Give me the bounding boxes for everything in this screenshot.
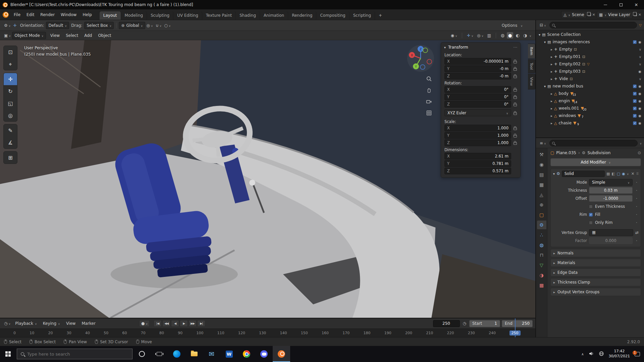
- animate-dot-icon[interactable]: [635, 188, 639, 193]
- camera-view-icon[interactable]: [425, 98, 433, 105]
- scale-tool-button[interactable]: ◱: [4, 97, 17, 109]
- scale-field[interactable]: X1.000: [444, 125, 511, 131]
- tab-texture[interactable]: ▩: [537, 281, 546, 290]
- location-field[interactable]: Z-0 m: [444, 73, 511, 79]
- timeline-tick[interactable]: 160: [322, 331, 329, 335]
- eye-icon[interactable]: [638, 91, 641, 96]
- minimize-button[interactable]: [598, 0, 613, 9]
- keying-menu[interactable]: Keying: [40, 320, 63, 327]
- rotation-field[interactable]: Z0°: [444, 101, 511, 108]
- transform-orientation-dropdown[interactable]: ⊕ Global: [119, 22, 145, 29]
- timeline-tick[interactable]: 10: [30, 331, 34, 335]
- add-workspace-button[interactable]: +: [375, 11, 386, 20]
- tab-object[interactable]: ▢: [537, 210, 546, 219]
- timeline-tick[interactable]: 180: [364, 331, 371, 335]
- current-frame-field[interactable]: 250: [433, 320, 460, 327]
- outliner-row-empty[interactable]: + Empty.002: [536, 60, 644, 68]
- breadcrumb-modifier[interactable]: Subdivision: [588, 150, 611, 155]
- remove-scene-icon[interactable]: ×: [592, 12, 595, 17]
- blender-menu-logo-icon[interactable]: [3, 12, 9, 18]
- shading-wireframe-icon[interactable]: ◍: [499, 32, 506, 39]
- tab-sculpting[interactable]: Sculpting: [147, 11, 173, 20]
- 3d-viewport[interactable]: User Perspective (250) new model bus | P…: [0, 40, 535, 318]
- animate-dot-icon[interactable]: [635, 220, 639, 225]
- hidden-icons-chevron-icon[interactable]: ∧: [581, 352, 584, 356]
- disclosure-icon[interactable]: [544, 84, 546, 88]
- tab-material[interactable]: ◑: [537, 271, 546, 280]
- shading-material-icon[interactable]: ◐: [514, 32, 521, 39]
- shading-rendered-icon[interactable]: ◑: [522, 32, 528, 39]
- tab-particles[interactable]: ∴: [537, 231, 546, 239]
- eye-closed-icon[interactable]: [639, 76, 641, 81]
- word-button[interactable]: W: [220, 346, 238, 362]
- filter-icon[interactable]: [639, 23, 642, 27]
- marker-menu[interactable]: Marker: [79, 320, 98, 327]
- rotation-mode-dropdown[interactable]: XYZ Euler: [444, 109, 511, 116]
- selectability-checkbox[interactable]: ✓: [633, 114, 637, 118]
- shading-solid-icon[interactable]: ●: [507, 32, 513, 39]
- tab-item[interactable]: Item: [528, 44, 535, 59]
- properties-search-field[interactable]: [556, 141, 635, 145]
- shading-options-chevron-icon[interactable]: [529, 33, 531, 38]
- timeline-tick[interactable]: 90: [178, 331, 182, 335]
- eye-icon[interactable]: [638, 99, 641, 103]
- chevron-down-icon[interactable]: [640, 141, 642, 145]
- mail-button[interactable]: ✉: [203, 346, 220, 362]
- proportional-edit-icon[interactable]: ○: [163, 23, 172, 28]
- network-icon[interactable]: [599, 351, 604, 357]
- timeline-tick[interactable]: 0: [13, 331, 16, 335]
- close-button[interactable]: ✕: [629, 0, 644, 9]
- lock-icon[interactable]: [514, 135, 517, 137]
- previous-keyframe-button[interactable]: ◀◀: [162, 320, 170, 327]
- location-field[interactable]: X-0.000001 m: [444, 58, 511, 65]
- modifier-close-button[interactable]: ×: [631, 171, 635, 176]
- outliner-row-empty[interactable]: + Empty: [536, 46, 644, 53]
- outliner-row-empty[interactable]: + Empty.003: [536, 68, 644, 75]
- modifier-realtime-toggle[interactable]: ▢: [617, 172, 620, 176]
- outliner-row-empty[interactable]: + Empty.001: [536, 53, 644, 60]
- lock-icon[interactable]: [514, 128, 517, 130]
- editor-type-icon[interactable]: ▣: [3, 33, 12, 38]
- scene-selector[interactable]: ◬ Scene: [561, 11, 587, 18]
- breadcrumb-object[interactable]: Plane.035: [556, 150, 576, 155]
- eye-icon[interactable]: [638, 84, 641, 88]
- menubar-menu-item[interactable]: Render: [37, 11, 58, 18]
- new-view-layer-icon[interactable]: [634, 13, 637, 16]
- action-center-icon[interactable]: 1: [635, 352, 640, 356]
- lock-icon[interactable]: [514, 97, 517, 99]
- disclosure-icon[interactable]: [551, 62, 552, 66]
- modifier-section-header[interactable]: Output Vertex Groups: [550, 288, 641, 296]
- selectability-checkbox[interactable]: ✓: [633, 107, 637, 110]
- timeline-playhead[interactable]: 250: [509, 329, 521, 337]
- outliner-row-mesh[interactable]: windows ▼7 ✓: [536, 112, 644, 119]
- taskbar-search-input[interactable]: [17, 349, 132, 359]
- options-button[interactable]: Options: [502, 23, 517, 28]
- add-modifier-button[interactable]: Add Modifier: [550, 158, 641, 166]
- eye-closed-icon[interactable]: [639, 47, 641, 52]
- timeline-tick[interactable]: 30: [67, 331, 71, 335]
- eye-closed-icon[interactable]: [639, 62, 641, 66]
- file-explorer-button[interactable]: [185, 346, 203, 362]
- lock-icon[interactable]: [514, 142, 517, 145]
- jump-to-end-button[interactable]: ▶|: [197, 320, 205, 327]
- disclosure-icon[interactable]: [551, 99, 552, 103]
- animate-dot-icon[interactable]: [635, 212, 639, 217]
- disclosure-icon[interactable]: [551, 113, 552, 118]
- disclosure-icon[interactable]: [539, 32, 540, 37]
- task-view-button[interactable]: [151, 346, 168, 362]
- add-cube-tool-button[interactable]: ⊞: [4, 152, 17, 164]
- cursor-tool-button[interactable]: ⌖: [4, 58, 17, 70]
- outliner-row-collection[interactable]: images references ✓: [536, 38, 644, 46]
- collection-checkbox[interactable]: ✓: [633, 40, 637, 44]
- modifier-section-header[interactable]: Normals: [550, 249, 641, 257]
- factor-field[interactable]: 0.000: [589, 237, 633, 244]
- tab-scripting[interactable]: Scripting: [350, 11, 375, 20]
- show-gizmo-icon[interactable]: ✛: [466, 33, 475, 38]
- eye-icon[interactable]: [638, 121, 641, 125]
- menubar-menu-item[interactable]: File: [11, 11, 23, 18]
- pan-hand-icon[interactable]: [425, 86, 433, 94]
- xray-toggle-icon[interactable]: ▥: [486, 33, 492, 38]
- properties-search-input[interactable]: [549, 140, 638, 146]
- maximize-button[interactable]: [613, 0, 629, 9]
- tab-physics[interactable]: ◍: [537, 241, 546, 249]
